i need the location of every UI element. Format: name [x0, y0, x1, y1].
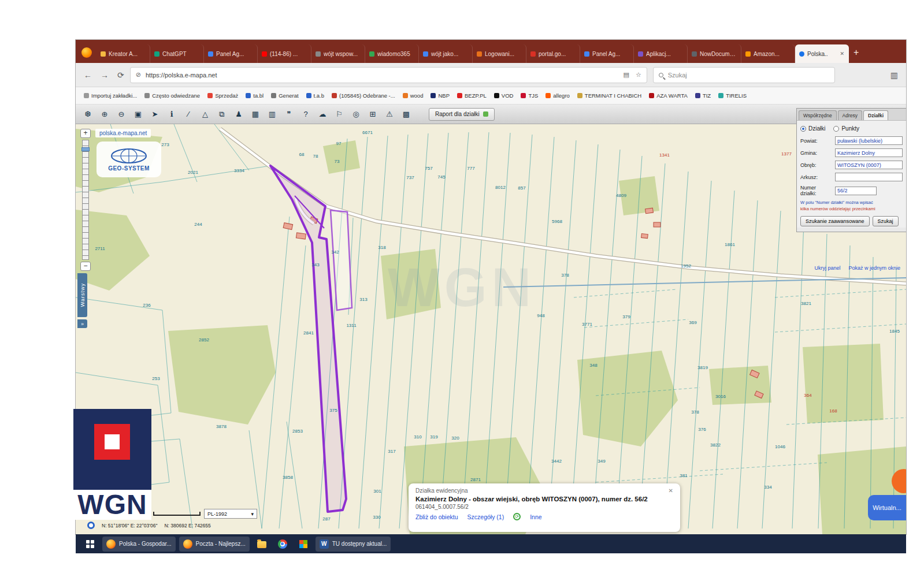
- bookmark-item[interactable]: TIRELIS: [718, 92, 747, 99]
- start-button[interactable]: [81, 537, 99, 552]
- search-parcel-icon[interactable]: ◎: [348, 107, 363, 122]
- field-input[interactable]: [835, 187, 877, 195]
- select-parcel-icon[interactable]: ▦: [248, 107, 263, 122]
- reader-view-icon[interactable]: ▤: [623, 71, 629, 79]
- crs-select[interactable]: PL-1992 ▾: [204, 509, 257, 519]
- virtual-tour-button[interactable]: Wirtualn...: [868, 495, 906, 520]
- compare-icon[interactable]: ▥: [265, 107, 280, 122]
- field-input[interactable]: [835, 161, 903, 169]
- zoom-out-icon[interactable]: ⊖: [114, 107, 129, 122]
- firefox-logo-icon[interactable]: [81, 47, 92, 58]
- single-window-link[interactable]: Pokaż w jednym oknie: [848, 265, 900, 271]
- bookmark-item[interactable]: (105845) Odebrane -...: [332, 92, 395, 99]
- comment-icon[interactable]: ❞: [281, 107, 296, 122]
- taskbar-chrome[interactable]: [274, 537, 291, 552]
- bookmark-item[interactable]: VOD: [494, 92, 514, 99]
- browser-tab[interactable]: Panel Ag... ✕: [580, 44, 634, 63]
- layers-icon[interactable]: ❆: [80, 107, 95, 122]
- bookmark-item[interactable]: Często odwiedzane: [144, 92, 200, 99]
- bookmark-item[interactable]: Generat: [271, 92, 298, 99]
- info-icon[interactable]: ℹ: [164, 107, 179, 122]
- browser-tab[interactable]: Logowani... ✕: [473, 44, 526, 63]
- shield-icon[interactable]: ⊘: [136, 71, 141, 79]
- search-button[interactable]: Szukaj: [873, 216, 899, 226]
- bookmark-item[interactable]: Sprzedaż: [207, 92, 238, 99]
- tab-wspolrzedne[interactable]: Współrzędne: [799, 110, 837, 120]
- measure-length-icon[interactable]: ∕: [181, 107, 196, 122]
- reload-icon[interactable]: ⟳: [117, 71, 124, 79]
- layers-panel-tab[interactable]: Warstwy: [77, 273, 87, 317]
- cart-icon[interactable]: ⊞: [365, 107, 380, 122]
- hide-panel-link[interactable]: Ukryj panel: [814, 265, 840, 271]
- taskbar-word[interactable]: TU dostępny aktual...: [316, 537, 391, 552]
- zoom-extent-icon[interactable]: ▣: [131, 107, 146, 122]
- layers-expand-icon[interactable]: »: [77, 319, 87, 328]
- zoom-slider[interactable]: [82, 140, 89, 260]
- sidebar-icon[interactable]: ▥: [890, 71, 898, 79]
- print-icon[interactable]: ⧉: [214, 107, 229, 122]
- field-input[interactable]: [835, 136, 903, 145]
- parcel-report-button[interactable]: Raport dla działki: [429, 108, 495, 121]
- browser-tab[interactable]: wójt wspow... ✕: [311, 44, 365, 63]
- browser-tab[interactable]: Aplikacj... ✕: [634, 44, 688, 63]
- help-icon[interactable]: ?: [298, 107, 313, 122]
- tab-dzialki[interactable]: Działki: [863, 110, 888, 120]
- taskbar-explorer[interactable]: [253, 537, 270, 552]
- bookmark-item[interactable]: TIZ: [695, 92, 711, 99]
- browser-tab[interactable]: (114-86) ... ✕: [258, 44, 311, 63]
- new-tab-button[interactable]: +: [854, 47, 859, 58]
- browser-tab[interactable]: Panel Ag... ✕: [204, 44, 258, 63]
- field-input[interactable]: [835, 148, 903, 157]
- zoom-to-object-link[interactable]: Zbliż do obiektu: [415, 513, 458, 520]
- field-input[interactable]: [835, 173, 903, 181]
- radio-dzialki[interactable]: Działki: [800, 125, 825, 132]
- zoom-in-icon[interactable]: ⊕: [97, 107, 112, 122]
- browser-tab[interactable]: Polska.. ✕: [795, 44, 849, 63]
- tab-close-icon[interactable]: ✕: [840, 51, 844, 57]
- map-canvas[interactable]: WGN: [76, 124, 906, 534]
- taskbar-firefox-1[interactable]: Polska - Gospodar...: [102, 537, 176, 552]
- other-link[interactable]: Inne: [530, 513, 541, 520]
- browser-tab[interactable]: ChatGPT ✕: [150, 44, 204, 63]
- add-marker-icon[interactable]: ⚐: [332, 107, 347, 122]
- url-field[interactable]: ⊘ https://polska.e-mapa.net ▤☆: [130, 67, 647, 83]
- bookmark-item[interactable]: NBP: [431, 92, 450, 99]
- browser-search-field[interactable]: Szukaj: [653, 67, 835, 83]
- pointer-icon[interactable]: ➤: [147, 107, 162, 122]
- forward-icon[interactable]: →: [101, 71, 109, 79]
- bookmark-item[interactable]: TERMINAT I CHABICH: [577, 92, 641, 99]
- radio-punkty[interactable]: Punkty: [833, 125, 859, 132]
- bookmark-item[interactable]: BEZP.PL: [457, 92, 487, 99]
- legend-icon[interactable]: ▩: [399, 107, 414, 122]
- taskbar-firefox-2[interactable]: Poczta - Najlepsz...: [179, 537, 250, 552]
- zoom-slider-handle[interactable]: [81, 147, 90, 151]
- bookmark-item[interactable]: allegro: [546, 92, 570, 99]
- street-view-icon[interactable]: ♟: [231, 107, 246, 122]
- bookmark-item[interactable]: ta.bl: [246, 92, 264, 99]
- back-icon[interactable]: ←: [84, 71, 92, 79]
- bookmark-item[interactable]: AZA WARTA: [649, 92, 688, 99]
- bookmark-item[interactable]: TJS: [521, 92, 538, 99]
- zoom-out-button[interactable]: −: [80, 262, 91, 271]
- taskbar-office[interactable]: [295, 537, 312, 552]
- advanced-search-button[interactable]: Szukanie zaawansowane: [800, 216, 870, 226]
- browser-tab[interactable]: wiadomo365 ✕: [365, 44, 419, 63]
- alerts-icon[interactable]: ⚠: [382, 107, 397, 122]
- bookmark-item[interactable]: wood: [403, 92, 424, 99]
- bookmark-item[interactable]: Importuj zakładki...: [84, 92, 137, 99]
- browser-tab[interactable]: Kreator A... ✕: [97, 44, 150, 63]
- browser-tab[interactable]: NowDocume... ✕: [688, 44, 741, 63]
- details-link[interactable]: Szczegóły (1): [467, 513, 504, 520]
- map-viewport[interactable]: WGN 66719727368787320213334757737745777: [76, 124, 906, 534]
- measure-area-icon[interactable]: △: [198, 107, 213, 122]
- export-icon[interactable]: ☁: [315, 107, 330, 122]
- refresh-icon[interactable]: ⟳: [513, 513, 521, 520]
- bookmark-item[interactable]: t.a.b: [306, 92, 325, 99]
- zoom-in-button[interactable]: +: [80, 129, 91, 138]
- browser-tab[interactable]: portal.go... ✕: [526, 44, 580, 63]
- browser-tab[interactable]: wójt jako... ✕: [419, 44, 473, 63]
- bookmark-star-icon[interactable]: ☆: [636, 71, 641, 79]
- browser-tab[interactable]: Amazon... ✕: [741, 44, 795, 63]
- close-icon[interactable]: ✕: [669, 487, 673, 494]
- tab-adresy[interactable]: Adresy: [838, 110, 862, 120]
